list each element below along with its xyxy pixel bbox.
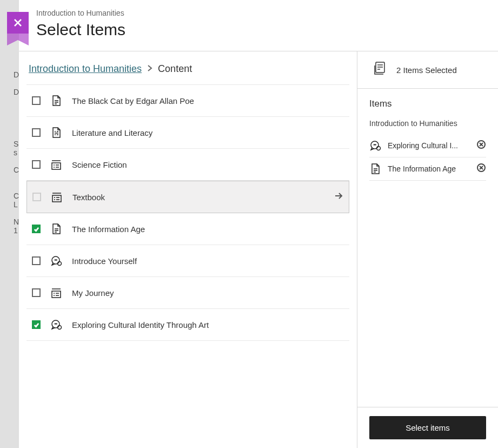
svg-point-28 [55,260,55,260]
group-label: Introduction to Humanities [369,119,486,128]
svg-point-39 [56,324,57,324]
selection-body: Items Introduction to Humanities Explori… [357,89,498,407]
svg-point-47 [375,144,376,145]
list-item[interactable]: Exploring Cultural Identity Through Art [26,309,349,341]
select-items-button[interactable]: Select items [369,416,486,439]
checkbox[interactable] [32,96,41,105]
list-icon [51,191,63,203]
close-button[interactable] [7,12,29,34]
svg-rect-11 [52,163,61,169]
item-label: The Black Cat by Edgar Allan Poe [72,96,344,106]
item-label: Science Fiction [72,160,344,169]
document-icon [369,163,381,175]
discussion-icon [369,140,381,151]
list-item[interactable]: Literature and Literacy [26,117,349,149]
list-item[interactable]: Science Fiction [26,149,349,181]
modal-header: Introduction to Humanities Select Items [19,0,498,51]
list-item[interactable]: Textbook [26,181,349,213]
list-icon [50,287,62,299]
breadcrumb-current: Content [158,63,192,75]
discussion-icon [50,319,62,331]
list-item[interactable]: The Black Cat by Edgar Allan Poe [26,85,349,117]
item-list: The Black Cat by Edgar Allan PoeLiteratu… [26,84,349,341]
svg-rect-31 [52,291,61,298]
selection-panel: 2 Items Selected Items Introduction to H… [357,51,498,448]
item-label: Textbook [72,193,324,202]
selected-item-label: Exploring Cultural I... [388,141,470,150]
svg-point-29 [56,260,57,260]
list-item[interactable]: The Information Age [26,213,349,245]
checkbox[interactable] [32,288,41,297]
arrow-right-icon[interactable] [334,191,343,203]
checkbox[interactable] [32,320,41,329]
chevron-right-icon [147,63,152,75]
items-heading: Items [369,98,486,109]
modal-body: Introduction to Humanities Content The B… [19,51,498,448]
list-icon [50,159,62,170]
item-label: Introduce Yourself [72,256,344,266]
document-icon [50,223,62,235]
select-items-modal: Introduction to Humanities Select Items … [19,0,498,448]
svg-point-46 [374,144,374,145]
checkbox[interactable] [32,128,41,137]
selected-item: The Information Age [369,157,486,181]
item-label: The Information Age [72,225,344,234]
checkbox[interactable] [32,160,41,169]
breadcrumb: Introduction to Humanities Content [26,63,349,75]
backdrop-content: DDSsCCLN1 [14,70,19,235]
list-item[interactable]: Introduce Yourself [26,245,349,277]
item-label: My Journey [72,288,344,298]
checkbox[interactable] [32,225,41,233]
remove-button[interactable] [476,163,486,175]
document-icon [50,95,62,107]
discussion-icon [50,255,62,267]
list-item[interactable]: My Journey [26,277,349,309]
selected-item: Exploring Cultural I... [369,134,486,157]
selection-footer: Select items [357,407,498,448]
breadcrumb-parent-link[interactable]: Introduction to Humanities [29,63,142,75]
selection-count: 2 Items Selected [396,65,457,75]
document-lines-icon [50,127,62,139]
header-breadcrumb: Introduction to Humanities [36,9,487,17]
item-label: Exploring Cultural Identity Through Art [72,320,344,330]
checkbox[interactable] [32,193,41,201]
selected-list: Exploring Cultural I...The Information A… [369,134,486,181]
selected-item-label: The Information Age [388,164,470,173]
close-icon [12,17,23,28]
remove-button[interactable] [476,140,486,151]
checkbox[interactable] [32,256,41,265]
svg-point-38 [55,324,55,324]
selection-icon [373,61,388,78]
page-title: Select Items [36,21,487,39]
browse-panel: Introduction to Humanities Content The B… [19,51,357,448]
item-label: Literature and Literacy [72,128,344,137]
svg-rect-17 [52,195,61,202]
selection-header: 2 Items Selected [357,51,498,89]
